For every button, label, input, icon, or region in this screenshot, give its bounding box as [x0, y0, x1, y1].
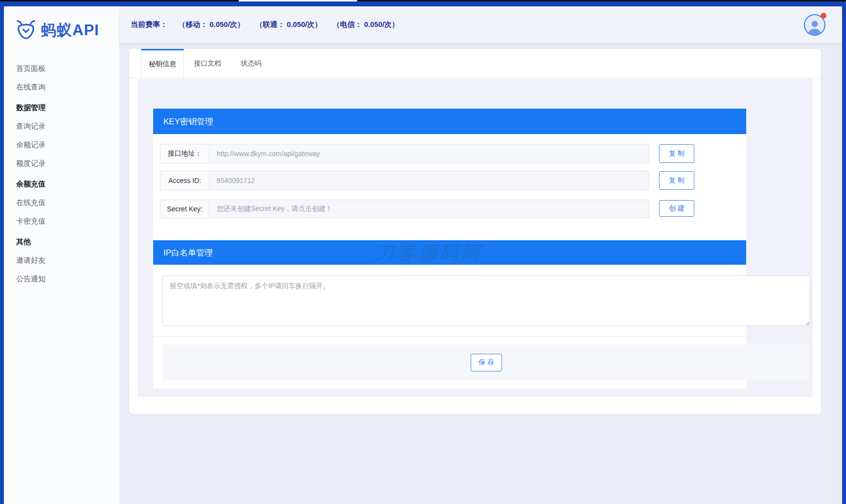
sidebar-item-dashboard[interactable]: 首页面板 — [4, 59, 119, 78]
save-button[interactable]: 保 存 — [471, 354, 502, 371]
current-rates: 当前费率： （移动： 0.050/次） （联通： 0.050/次） （电信： 0… — [120, 20, 399, 29]
sidebar-heading-other: 其他 — [4, 232, 119, 251]
app-logo[interactable]: 蚂蚁API — [4, 6, 119, 42]
copy-api-url-button[interactable]: 复 制 — [659, 144, 694, 163]
api-url-row: 接口地址： http://www.dkym.com/api/gateway — [160, 144, 649, 163]
tab-status-codes[interactable]: 状态码 — [231, 49, 271, 78]
copy-access-id-button[interactable]: 复 制 — [659, 171, 694, 190]
sidebar-heading-data-management: 数据管理 — [4, 98, 119, 117]
app-logo-text: 蚂蚁API — [41, 20, 99, 41]
tab-bar: 秘钥信息 接口文档 状态码 — [129, 49, 821, 78]
frame-left-bar — [0, 6, 4, 504]
secret-key-label: Secret Key: — [160, 200, 209, 218]
sidebar-item-balance-records[interactable]: 余额记录 — [4, 136, 119, 154]
api-url-field[interactable]: http://www.dkym.com/api/gateway — [209, 144, 649, 163]
save-button-strip: 保 存 — [162, 344, 810, 380]
key-management-panel: KEY密钥管理 接口地址： http://www.dkym.com/api/ga… — [153, 134, 746, 254]
create-secret-key-button[interactable]: 创 建 — [659, 200, 694, 217]
ip-section-divider — [153, 336, 810, 337]
sidebar-nav: 首页面板 在线查询 数据管理 查询记录 余额记录 额度记录 余额充值 在线充值 … — [4, 59, 119, 288]
secret-key-row: Secret Key: 您还未创建Secret Key，请点击创建！ — [160, 200, 649, 218]
frame-right-bar — [842, 6, 846, 504]
ip-whitelist-panel: IP白名单管理 保 存 — [153, 265, 746, 389]
main-card: 秘钥信息 接口文档 状态码 KEY密钥管理 接口地址： http://www.d… — [129, 49, 821, 414]
frame-top-bar — [0, 1, 846, 6]
sidebar-item-announcements[interactable]: 公告通知 — [4, 270, 119, 288]
notification-badge-dot — [821, 13, 826, 19]
sidebar-item-query-records[interactable]: 查询记录 — [4, 117, 119, 136]
sidebar-item-online-recharge[interactable]: 在线充值 — [4, 193, 119, 212]
sidebar: 蚂蚁API 首页面板 在线查询 数据管理 查询记录 余额记录 额度记录 余额充值… — [4, 6, 120, 504]
rate-unicom: （联通： 0.050/次） — [255, 20, 322, 29]
ip-whitelist-textarea[interactable] — [162, 275, 810, 326]
rate-telecom: （电信： 0.050/次） — [333, 20, 399, 29]
sidebar-heading-balance-recharge: 余额充值 — [4, 175, 119, 193]
access-id-label: Access ID: — [160, 171, 209, 190]
sidebar-item-online-query[interactable]: 在线查询 — [4, 78, 119, 96]
sidebar-item-invite-friends[interactable]: 邀请好友 — [4, 251, 119, 270]
key-management-header: KEY密钥管理 — [153, 109, 746, 134]
user-avatar-wrap — [804, 14, 825, 36]
rate-mobile: （移动： 0.050/次） — [178, 20, 245, 29]
secret-key-field[interactable]: 您还未创建Secret Key，请点击创建！ — [209, 200, 649, 218]
rate-label: 当前费率： — [131, 20, 167, 29]
person-icon — [806, 18, 823, 35]
api-url-label: 接口地址： — [160, 144, 209, 163]
sidebar-item-card-recharge[interactable]: 卡密充值 — [4, 212, 119, 230]
tab-api-docs[interactable]: 接口文档 — [184, 49, 231, 78]
sidebar-item-quota-records[interactable]: 额度记录 — [4, 154, 119, 173]
ant-logo-icon — [15, 19, 37, 42]
tab-key-info[interactable]: 秘钥信息 — [141, 49, 184, 78]
ip-whitelist-header: IP白名单管理 — [153, 240, 746, 265]
top-header: 当前费率： （移动： 0.050/次） （联通： 0.050/次） （电信： 0… — [120, 6, 842, 43]
access-id-row: Access ID: 6540091712 — [160, 171, 649, 190]
tab-content-area: KEY密钥管理 接口地址： http://www.dkym.com/api/ga… — [137, 79, 813, 397]
access-id-field[interactable]: 6540091712 — [209, 171, 649, 190]
